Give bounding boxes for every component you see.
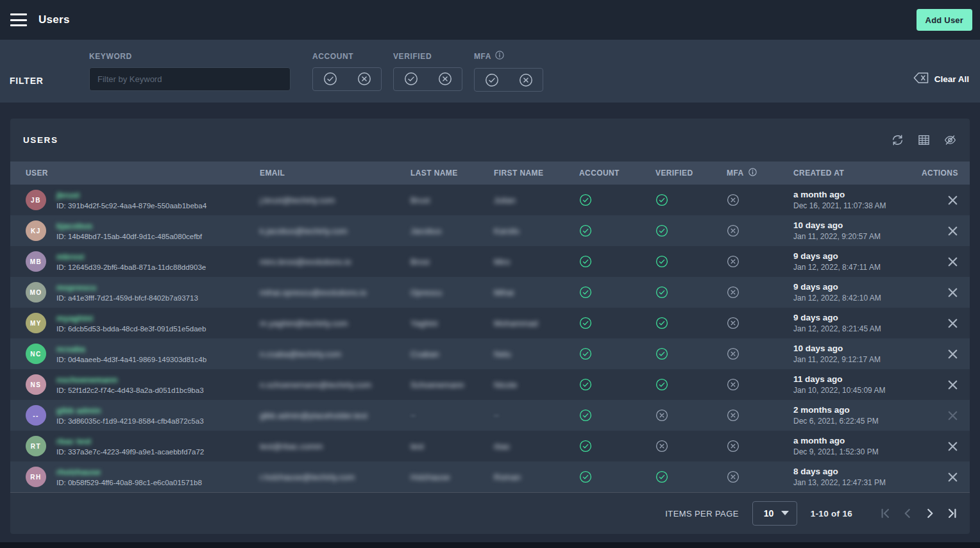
avatar: RT — [26, 436, 46, 456]
clear-all-button[interactable]: Clear All — [913, 72, 969, 86]
column-header-first-name: FIRST NAME — [494, 169, 579, 178]
actions-cell — [922, 441, 970, 452]
table-row[interactable]: JB jbrust ID: 391b4d2f-5c92-4aa4-879e-55… — [10, 185, 970, 215]
actions-cell — [922, 410, 970, 421]
next-page-button[interactable] — [923, 506, 937, 520]
first-page-button[interactable] — [878, 506, 892, 520]
users-panel: USERS USER EMAIL LAST — [10, 119, 970, 534]
content-area: USERS USER EMAIL LAST — [0, 103, 980, 548]
username: jbrust — [56, 190, 207, 200]
email-cell: n.schoenemann@techirly.com — [260, 380, 410, 390]
verified-status-icon — [655, 224, 727, 237]
delete-user-icon[interactable] — [947, 287, 958, 298]
mfa-status-icon — [727, 194, 793, 206]
mfa-status-icon — [727, 409, 793, 422]
delete-user-icon[interactable] — [947, 472, 958, 483]
created-relative: 9 days ago — [793, 313, 922, 322]
table-view-icon[interactable] — [917, 133, 931, 147]
created-relative: 9 days ago — [793, 251, 922, 261]
created-date: Jan 10, 2022, 10:45:09 AM — [793, 386, 922, 395]
check-circle-icon[interactable] — [485, 73, 499, 87]
info-icon[interactable] — [748, 168, 757, 178]
email-cell: glbb.admin@placeholder.test — [260, 411, 410, 420]
table-row[interactable]: MY myaghini ID: 6dcb5d53-bdda-48cd-8e3f-… — [10, 308, 970, 338]
actions-cell — [922, 379, 970, 390]
delete-user-icon[interactable] — [947, 410, 958, 421]
user-id: ID: 391b4d2f-5c92-4aa4-879e-550aab1beba4 — [56, 202, 207, 210]
check-circle-icon[interactable] — [323, 72, 337, 86]
filter-bar: FILTER KEYWORD ACCOUNT VERIFIED — [0, 40, 980, 103]
mfa-header-text: MFA — [727, 169, 744, 178]
keyword-input[interactable] — [89, 67, 291, 91]
filter-section-label: FILTER — [10, 76, 89, 86]
verified-status-icon — [655, 440, 727, 453]
x-circle-icon[interactable] — [438, 72, 452, 86]
verified-status-icon — [655, 409, 727, 422]
delete-user-icon[interactable] — [947, 226, 958, 237]
table-row[interactable]: NS nschoenemann ID: 52f1d2c2-f74c-4d43-8… — [10, 369, 970, 400]
actions-cell — [922, 226, 970, 237]
table-row[interactable]: MO moprescu ID: a41e3fff-7d21-459d-bfcf-… — [10, 277, 970, 308]
first-name-cell: -- — [494, 411, 579, 420]
created-at-cell: a month ago Dec 16, 2021, 11:07:38 AM — [793, 190, 922, 210]
account-status-icon — [579, 470, 655, 483]
last-page-button[interactable] — [945, 506, 959, 520]
clear-all-label: Clear All — [934, 74, 969, 84]
backspace-icon — [913, 72, 929, 86]
avatar: MB — [26, 251, 46, 272]
previous-page-button[interactable] — [900, 506, 915, 520]
account-status-icon — [579, 347, 655, 360]
username: nschoenemann — [56, 375, 204, 385]
delete-user-icon[interactable] — [947, 379, 958, 390]
x-circle-icon[interactable] — [519, 73, 533, 87]
user-cell: -- glbb admin ID: 3d86035c-f1d9-4219-858… — [10, 405, 260, 426]
last-name-cell: Brosi — [410, 257, 494, 267]
x-circle-icon[interactable] — [357, 72, 371, 86]
table-row[interactable]: RH rholzhause ID: 0b58f529-4ff6-40a8-98c… — [10, 461, 970, 492]
last-name-cell: Jacobus — [410, 226, 494, 236]
items-per-page-select[interactable]: 10 — [752, 501, 797, 526]
avatar: KJ — [26, 220, 46, 241]
table-footer: ITEMS PER PAGE 10 1-10 of 16 — [10, 492, 970, 534]
avatar: -- — [26, 405, 46, 426]
verified-status-icon — [655, 378, 727, 391]
table-row[interactable]: MB mbrosi ID: 12645d39-2bf6-4ba8-871a-11… — [10, 246, 970, 277]
mfa-status-icon — [727, 347, 793, 360]
mfa-status-icon — [727, 440, 793, 453]
user-id: ID: 14b48bd7-15ab-40df-9d1c-485a080cefbf — [56, 233, 202, 240]
eye-off-icon[interactable] — [943, 133, 957, 147]
users-panel-header: USERS — [10, 119, 970, 162]
created-date: Jan 11, 2022, 9:12:17 AM — [793, 355, 922, 364]
users-panel-toolbar — [891, 133, 957, 147]
column-header-mfa: MFA — [727, 168, 793, 178]
bottom-strip — [0, 542, 980, 548]
refresh-icon[interactable] — [891, 133, 904, 147]
avatar: NC — [26, 344, 46, 364]
add-user-button[interactable]: Add User — [917, 9, 972, 31]
delete-user-icon[interactable] — [947, 441, 958, 452]
email-cell: test@rbac.comm — [260, 442, 410, 451]
email-cell: k.jacobus@techirly.com — [260, 226, 410, 236]
delete-user-icon[interactable] — [947, 318, 958, 329]
first-name-cell: rbac — [494, 442, 579, 451]
created-date: Dec 6, 2021, 6:22:45 PM — [793, 417, 922, 426]
check-circle-icon[interactable] — [404, 72, 418, 86]
created-date: Jan 11, 2022, 9:20:57 AM — [793, 232, 922, 241]
info-icon[interactable] — [495, 51, 504, 62]
last-name-cell: Schoenemann — [410, 380, 494, 390]
verified-status-icon — [655, 194, 727, 206]
created-relative: 10 days ago — [793, 220, 922, 230]
delete-user-icon[interactable] — [947, 256, 958, 267]
table-row[interactable]: -- glbb admin ID: 3d86035c-f1d9-4219-858… — [10, 400, 970, 431]
delete-user-icon[interactable] — [947, 195, 958, 206]
menu-icon[interactable] — [10, 13, 27, 26]
actions-cell — [922, 349, 970, 360]
delete-user-icon[interactable] — [947, 349, 958, 360]
table-row[interactable]: KJ kjacobus ID: 14b48bd7-15ab-40df-9d1c-… — [10, 215, 970, 246]
column-header-last-name: LAST NAME — [410, 169, 494, 178]
table-row[interactable]: NC ncsaba ID: 0d4aaeeb-4d3f-4a41-9869-14… — [10, 338, 970, 369]
column-header-email: EMAIL — [260, 169, 410, 178]
first-name-cell: Nicole — [494, 380, 579, 390]
table-row[interactable]: RT rbac test ID: 337a3e7c-4223-49f9-a9e1… — [10, 431, 970, 461]
username: ncsaba — [56, 344, 207, 354]
